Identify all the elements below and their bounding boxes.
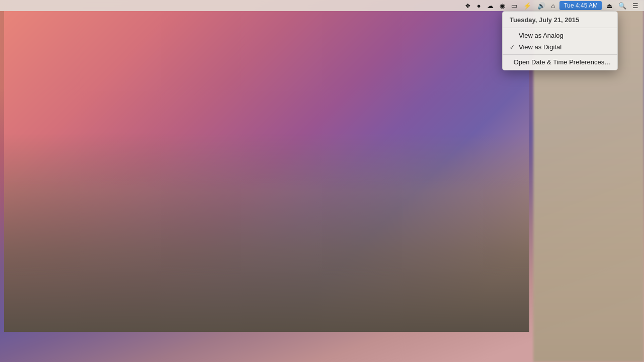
view-analog-label: View as Analog	[519, 32, 564, 39]
bullet-icon[interactable]: ●	[475, 0, 482, 11]
wifi-icon[interactable]: ⌂	[550, 0, 557, 11]
dropdown-date-header: Tuesday, July 21, 2015	[503, 14, 617, 26]
eject-icon[interactable]: ⏏	[605, 0, 614, 11]
thunderbolt-icon[interactable]: ⚡	[522, 0, 533, 11]
no-checkmark-analog	[510, 32, 517, 39]
checkmark-digital: ✓	[510, 44, 517, 51]
clock-button[interactable]: Tue 4:45 AM	[559, 1, 602, 10]
open-prefs-label: Open Date & Time Preferences…	[514, 58, 611, 66]
dropdown-separator-1	[503, 28, 617, 28]
clock-dropdown-menu: Tuesday, July 21, 2015 View as Analog ✓ …	[502, 11, 618, 70]
no-checkmark-prefs	[510, 58, 512, 66]
view-digital-label: View as Digital	[519, 43, 561, 51]
icloud-icon[interactable]: ☁	[486, 0, 495, 11]
dropbox-icon[interactable]: ❖	[463, 0, 472, 11]
dropdown-separator-2	[503, 54, 617, 55]
menu-bar-right-items: ❖ ● ☁ ◉ ▭ ⚡ 🔊 ⌂ Tue 4:45 AM ⏏ 🔍 ☰	[463, 0, 640, 11]
notification-center-icon[interactable]: ☰	[631, 0, 640, 11]
airplay-icon[interactable]: ▭	[510, 0, 519, 11]
view-analog-item[interactable]: View as Analog	[503, 30, 617, 41]
volume-icon[interactable]: 🔊	[536, 0, 547, 11]
rock-face	[4, 133, 529, 332]
view-digital-item[interactable]: ✓ View as Digital	[503, 41, 617, 53]
open-date-time-prefs-item[interactable]: Open Date & Time Preferences…	[503, 56, 617, 68]
eyetv-icon[interactable]: ◉	[498, 0, 507, 11]
menu-bar: ❖ ● ☁ ◉ ▭ ⚡ 🔊 ⌂ Tue 4:45 AM ⏏ 🔍 ☰	[0, 0, 644, 11]
search-icon[interactable]: 🔍	[617, 0, 628, 11]
